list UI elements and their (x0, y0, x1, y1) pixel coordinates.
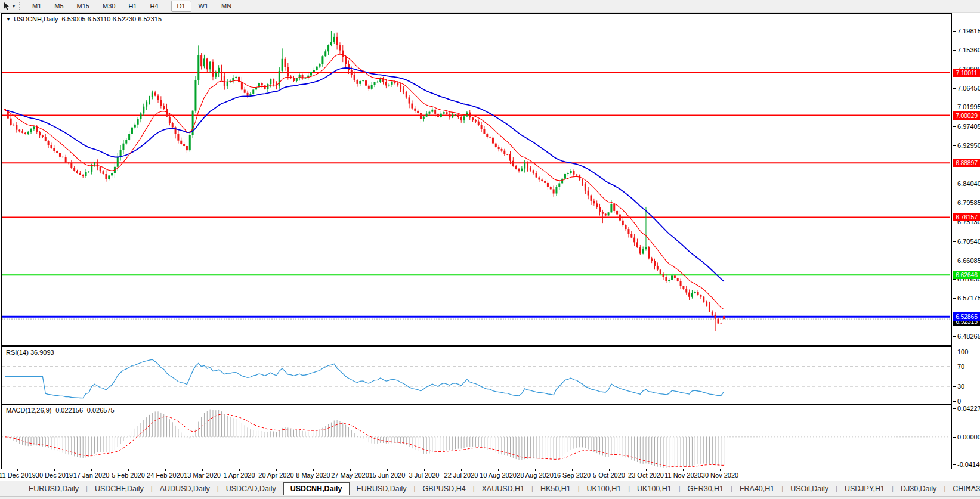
tab-usdcaddaily[interactable]: USDCAD,Daily (219, 483, 283, 495)
toolbar-separator (168, 2, 168, 10)
date-label: 17 Jan 2020 (72, 472, 110, 479)
date-label: 16 Sep 2020 (553, 472, 591, 479)
price-level-label: 6.76157 (953, 213, 980, 221)
date-tick-mark (720, 469, 721, 471)
toolbar-grip-handle[interactable] (19, 2, 22, 10)
status-bar (0, 496, 980, 499)
chart-title-ohlc: 6.53005 6.53110 6.52230 6.52315 (62, 16, 162, 23)
chart-collapse-triangle-icon: ▼ (6, 17, 11, 22)
price-level-label: 6.62646 (953, 271, 980, 279)
rsi-chart-canvas (2, 347, 950, 402)
tab-uk100h1[interactable]: UK100,H1 (580, 483, 629, 495)
date-tick-mark (350, 469, 351, 471)
tab-hk50h1[interactable]: HK50,H1 (533, 483, 578, 495)
price-axis-tick-label: 6.79585 (952, 199, 980, 206)
date-tick-mark (54, 469, 55, 471)
date-label: 5 Oct 2020 (590, 472, 628, 479)
price-axis-tick-label: 6.84040 (952, 180, 980, 187)
timeframe-button-m5[interactable]: M5 (48, 1, 69, 12)
timeframe-button-m1[interactable]: M1 (26, 1, 47, 12)
tab-eurusddaily[interactable]: EURUSD,Daily (350, 483, 414, 495)
date-tick-mark (609, 469, 610, 471)
date-label: 23 Oct 2020 (627, 472, 665, 479)
date-label: 20 Apr 2020 (257, 472, 295, 479)
date-label: 30 Dec 2019 (35, 472, 73, 479)
tool-dropdown-caret-icon[interactable]: ▾ (13, 4, 15, 9)
timeframe-toolbar: ▾ M1M5M15M30H1H4D1W1MN (0, 0, 980, 13)
macd-label: MACD(12,26,9) -0.022156 -0.026575 (6, 407, 115, 414)
macd-axis-tick-label: -0.04148 (952, 461, 980, 468)
date-tick-mark (128, 469, 129, 471)
date-label: 1 Apr 2020 (220, 472, 258, 479)
date-tick-mark (683, 469, 684, 471)
price-axis-tick-label: 6.66085 (952, 257, 980, 264)
rsi-indicator-panel[interactable]: RSI(14) 36.9093 (1, 346, 952, 404)
price-level-label: 6.88897 (953, 159, 980, 167)
chart-tab-bar: EURUSD,Daily|USDCHF,Daily|AUDUSD,Daily|U… (0, 481, 980, 496)
price-axis-tick-label: 6.70540 (952, 238, 980, 245)
macd-axis: 0.0422750.00000-0.04148 (952, 404, 980, 469)
date-label: 10 Aug 2020 (479, 472, 517, 479)
date-tick-mark (498, 469, 499, 471)
date-tick-mark (276, 469, 277, 471)
date-tick-mark (646, 469, 647, 471)
tab-eurusddaily[interactable]: EURUSD,Daily (21, 483, 86, 495)
price-axis-tick-label: 6.97405 (952, 123, 980, 130)
chart-title: ▼USDCNH,Daily 6.53005 6.53110 6.52230 6.… (6, 16, 162, 23)
price-axis-tick-label: 7.15360 (952, 47, 980, 54)
date-tick-mark (313, 469, 314, 471)
rsi-axis-tick-label: 100 (952, 348, 968, 355)
tab-audusddaily[interactable]: AUDUSD,Daily (153, 483, 217, 495)
main-chart-panel[interactable]: ▼USDCNH,Daily 6.53005 6.53110 6.52230 6.… (1, 13, 952, 346)
date-tick-mark (165, 469, 166, 471)
date-label: 11 Nov 2020 (664, 472, 702, 479)
tab-xauusdh1[interactable]: XAUUSD,H1 (475, 483, 532, 495)
chart-title-symbol: USDCNH,Daily (14, 16, 58, 23)
timeframe-button-d1[interactable]: D1 (171, 1, 191, 12)
tab-uk100h1[interactable]: UK100,H1 (630, 483, 679, 495)
date-label: 15 Jun 2020 (368, 472, 406, 479)
price-level-label: 7.10011 (953, 69, 980, 77)
timeframe-button-w1[interactable]: W1 (193, 1, 215, 12)
tab-usdcnhdaily[interactable]: USDCNH,Daily (283, 482, 350, 495)
date-label: 30 Nov 2020 (701, 472, 739, 479)
date-tick-mark (91, 469, 92, 471)
date-label: 27 May 2020 (331, 472, 369, 479)
price-level-label: 6.52865 (953, 312, 980, 321)
chart-cursor-tool-icon[interactable] (2, 1, 12, 11)
tab-usdjpyh1[interactable]: USDJPY,H1 (837, 483, 892, 495)
timeframe-button-h1[interactable]: H1 (122, 1, 143, 12)
date-label: 13 Mar 2020 (183, 472, 221, 479)
rsi-label: RSI(14) 36.9093 (6, 349, 54, 356)
date-label: 24 Feb 2020 (146, 472, 184, 479)
timeframe-button-m15[interactable]: M15 (71, 1, 95, 12)
tab-fra40h1[interactable]: FRA40,H1 (732, 483, 781, 495)
tab-scroll-arrows: ◂▸ (967, 484, 978, 490)
tab-scroll-right-icon[interactable]: ▸ (972, 484, 978, 490)
timeframe-buttons: M1M5M15M30H1H4D1W1MN (26, 1, 238, 12)
tab-usdchfdaily[interactable]: USDCHF,Daily (88, 483, 151, 495)
candlestick-chart-canvas[interactable] (2, 14, 950, 344)
macd-indicator-panel[interactable]: MACD(12,26,9) -0.022156 -0.026575 (1, 404, 952, 470)
tab-gbpusdh4[interactable]: GBPUSD,H4 (415, 483, 472, 495)
tab-ger30h1[interactable]: GER30,H1 (681, 483, 731, 495)
tab-usoildaily[interactable]: USOil,Daily (783, 483, 836, 495)
macd-axis-tick-label: 0.00000 (952, 433, 980, 441)
date-label: 28 Aug 2020 (516, 472, 554, 479)
date-tick-mark (572, 469, 573, 471)
price-axis-tick-label: 6.48265 (952, 333, 980, 340)
date-label: 5 Feb 2020 (109, 472, 147, 479)
tab-dj30daily[interactable]: DJ30,Daily (894, 483, 944, 495)
date-label: 8 May 2020 (294, 472, 332, 479)
timeframe-button-m30[interactable]: M30 (97, 1, 121, 12)
macd-chart-canvas (2, 405, 950, 468)
price-axis: 7.198157.153607.109057.064507.019956.974… (952, 13, 980, 345)
date-tick-mark (424, 469, 425, 471)
date-tick-mark (387, 469, 388, 471)
date-label: 3 Jul 2020 (405, 472, 443, 479)
timeframe-button-h4[interactable]: H4 (144, 1, 164, 12)
rsi-axis-tick-label: 30 (952, 383, 964, 390)
price-axis-tick-label: 6.57175 (952, 295, 980, 302)
date-label: 11 Dec 2019 (0, 472, 36, 479)
timeframe-button-mn[interactable]: MN (215, 1, 237, 12)
